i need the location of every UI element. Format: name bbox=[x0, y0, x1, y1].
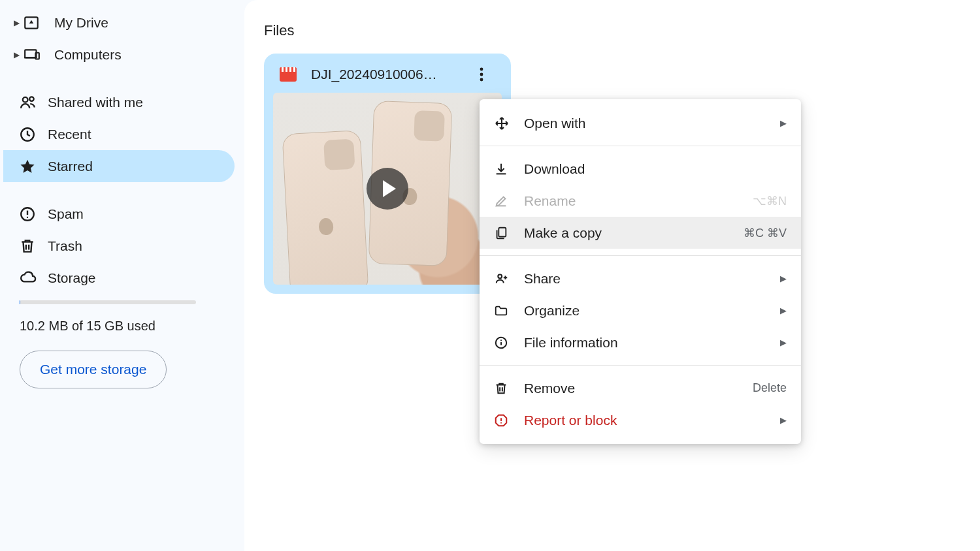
nav-label: Starred bbox=[48, 159, 93, 174]
menu-item-report-or-block[interactable]: Report or block ▶ bbox=[480, 404, 801, 436]
nav-label: Trash bbox=[48, 238, 82, 254]
sidebar-item-starred[interactable]: Starred bbox=[3, 150, 235, 182]
file-card[interactable]: DJI_20240910006… bbox=[264, 54, 511, 294]
spam-icon bbox=[16, 206, 48, 223]
info-icon bbox=[494, 336, 524, 350]
shared-icon bbox=[16, 94, 48, 111]
menu-label: Make a copy bbox=[524, 225, 743, 241]
menu-label: Organize bbox=[524, 303, 780, 319]
video-file-icon bbox=[280, 67, 297, 82]
rename-icon bbox=[494, 194, 524, 208]
svg-point-12 bbox=[498, 274, 502, 278]
chevron-right-icon: ▶ bbox=[780, 274, 787, 283]
menu-item-download[interactable]: Download bbox=[480, 153, 801, 185]
copy-icon bbox=[494, 226, 524, 240]
organize-icon bbox=[494, 304, 524, 318]
recent-icon bbox=[16, 126, 48, 143]
expand-icon[interactable]: ▶ bbox=[10, 50, 23, 59]
svg-rect-2 bbox=[35, 52, 39, 59]
sidebar-item-computers[interactable]: ▶ Computers bbox=[3, 39, 235, 71]
svg-rect-1 bbox=[25, 50, 36, 57]
open-with-icon bbox=[494, 116, 524, 131]
menu-label: Download bbox=[524, 161, 787, 177]
menu-item-make-a-copy[interactable]: Make a copy ⌘C ⌘V bbox=[480, 217, 801, 249]
svg-point-10 bbox=[480, 78, 483, 82]
trash-icon bbox=[16, 238, 48, 255]
svg-point-4 bbox=[29, 97, 34, 101]
chevron-right-icon: ▶ bbox=[780, 338, 787, 347]
menu-shortcut: ⌘C ⌘V bbox=[743, 226, 787, 240]
download-icon bbox=[494, 162, 524, 176]
sidebar-item-trash[interactable]: Trash bbox=[3, 230, 235, 262]
menu-item-rename: Rename ⌥⌘N bbox=[480, 185, 801, 217]
report-icon bbox=[494, 413, 524, 428]
play-icon bbox=[367, 168, 408, 210]
sidebar: ▶ My Drive ▶ Computers Shared with me Re… bbox=[0, 0, 244, 551]
svg-point-15 bbox=[500, 422, 502, 423]
menu-item-organize[interactable]: Organize ▶ bbox=[480, 294, 801, 326]
nav-label: Spam bbox=[48, 206, 84, 222]
menu-separator bbox=[480, 365, 801, 366]
storage-usage-bar bbox=[20, 300, 196, 304]
menu-label: Report or block bbox=[524, 413, 780, 428]
nav-label: My Drive bbox=[54, 15, 108, 31]
menu-item-open-with[interactable]: Open with ▶ bbox=[480, 107, 801, 139]
starred-icon bbox=[16, 158, 48, 175]
remove-icon bbox=[494, 381, 524, 396]
chevron-right-icon: ▶ bbox=[780, 306, 787, 315]
nav-label: Shared with me bbox=[48, 95, 143, 110]
file-more-actions-button[interactable] bbox=[480, 67, 499, 82]
menu-label: Share bbox=[524, 271, 780, 287]
menu-item-file-information[interactable]: File information ▶ bbox=[480, 326, 801, 358]
svg-point-9 bbox=[480, 73, 483, 76]
nav-label: Recent bbox=[48, 127, 91, 142]
sidebar-item-shared-with-me[interactable]: Shared with me bbox=[3, 86, 235, 118]
menu-item-share[interactable]: Share ▶ bbox=[480, 262, 801, 294]
menu-shortcut: Delete bbox=[753, 381, 787, 395]
file-name: DJI_20240910006… bbox=[311, 67, 480, 82]
my-drive-icon bbox=[23, 14, 54, 31]
context-menu: Open with ▶ Download Rename ⌥⌘N Make a c… bbox=[480, 99, 801, 444]
computers-icon bbox=[23, 46, 54, 63]
svg-point-3 bbox=[23, 97, 28, 102]
menu-label: Open with bbox=[524, 116, 780, 131]
file-card-header: DJI_20240910006… bbox=[264, 54, 511, 93]
nav-label: Computers bbox=[54, 47, 122, 63]
menu-separator bbox=[480, 146, 801, 146]
svg-point-7 bbox=[27, 216, 28, 217]
svg-rect-11 bbox=[498, 227, 506, 236]
share-icon bbox=[494, 272, 524, 286]
nav-label: Storage bbox=[48, 270, 96, 286]
file-thumbnail[interactable] bbox=[273, 93, 502, 285]
menu-label: Rename bbox=[524, 193, 753, 209]
sidebar-item-storage[interactable]: Storage bbox=[3, 262, 235, 294]
menu-label: Remove bbox=[524, 381, 753, 396]
menu-shortcut: ⌥⌘N bbox=[753, 194, 787, 208]
storage-used-text: 10.2 MB of 15 GB used bbox=[20, 319, 225, 334]
chevron-right-icon: ▶ bbox=[780, 415, 787, 425]
storage-section: 10.2 MB of 15 GB used Get more storage bbox=[0, 294, 244, 395]
svg-point-8 bbox=[480, 68, 483, 71]
sidebar-item-spam[interactable]: Spam bbox=[3, 198, 235, 230]
sidebar-item-my-drive[interactable]: ▶ My Drive bbox=[3, 7, 235, 39]
sidebar-item-recent[interactable]: Recent bbox=[3, 118, 235, 150]
svg-point-14 bbox=[500, 339, 502, 341]
expand-icon[interactable]: ▶ bbox=[10, 18, 23, 27]
section-title-files: Files bbox=[264, 22, 960, 39]
menu-label: File information bbox=[524, 335, 780, 351]
menu-separator bbox=[480, 255, 801, 256]
chevron-right-icon: ▶ bbox=[780, 118, 787, 128]
storage-icon bbox=[16, 270, 48, 287]
get-more-storage-button[interactable]: Get more storage bbox=[20, 351, 167, 388]
menu-item-remove[interactable]: Remove Delete bbox=[480, 372, 801, 404]
